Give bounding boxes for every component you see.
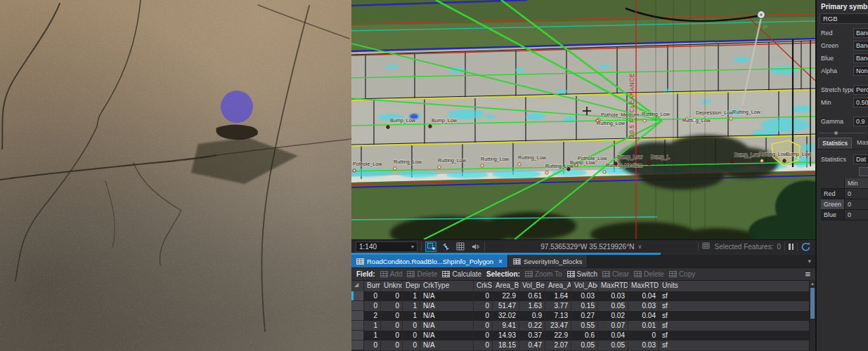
table-menu-icon[interactable]: ≡ — [805, 270, 810, 279]
cell[interactable]: sf — [659, 311, 815, 321]
row-selector[interactable] — [351, 291, 364, 301]
cell[interactable]: sf — [659, 340, 815, 350]
refresh-icon[interactable] — [801, 242, 811, 251]
cell[interactable]: N/A — [420, 321, 474, 331]
cell[interactable]: 0.9 — [519, 311, 545, 321]
renderer-select[interactable]: RGB — [820, 13, 868, 24]
chevron-down-icon[interactable]: ∨ — [637, 244, 642, 250]
column-header-area_above[interactable]: Area_Above — [545, 281, 571, 291]
table-row[interactable]: 001N/A051.471.633.770.150.050.03sf — [351, 301, 815, 311]
cell[interactable]: 1.63 — [519, 301, 545, 311]
partial-button[interactable] — [859, 167, 868, 176]
cell[interactable]: 0.04 — [628, 311, 659, 321]
cell[interactable]: 0.37 — [519, 331, 545, 340]
selection-switch-button[interactable]: Switch — [567, 270, 597, 278]
column-header-crksevrt[interactable]: CrkSevrt — [474, 281, 493, 291]
column-header-unknown[interactable]: Unknown — [381, 281, 403, 291]
selection-copy-button[interactable]: Copy — [669, 270, 695, 278]
table-row[interactable]: 100N/A09.410.2223.470.550.070.01sf — [351, 321, 815, 331]
cell[interactable]: 23.47 — [545, 321, 571, 331]
column-header-maxrtdpthr[interactable]: MaxRTDpthR — [628, 281, 659, 291]
cell[interactable]: sf — [659, 291, 815, 301]
cell[interactable]: 22.9 — [493, 291, 519, 301]
row-selector[interactable] — [351, 331, 364, 340]
cell[interactable]: 0.04 — [628, 291, 659, 301]
cell[interactable]: sf — [659, 301, 815, 311]
field-add-button[interactable]: Add — [380, 270, 403, 278]
stretch-type-select[interactable]: Perc — [853, 85, 868, 95]
cell[interactable]: 0 — [381, 291, 403, 301]
cell[interactable]: 0 — [474, 321, 493, 331]
row-selector[interactable] — [351, 340, 364, 350]
field-delete-button[interactable]: Delete — [407, 270, 437, 278]
cell[interactable]: 22.9 — [545, 331, 571, 340]
cell[interactable]: sf — [659, 321, 815, 331]
cell[interactable]: 32.02 — [493, 311, 519, 321]
cell[interactable]: 0 — [364, 291, 381, 301]
cell[interactable]: N/A — [420, 301, 474, 311]
cell[interactable]: 1 — [364, 331, 381, 340]
selection-clear-button[interactable]: Clear — [602, 270, 629, 278]
cell[interactable]: 0 — [474, 311, 493, 321]
column-header-deprsn[interactable]: Deprsn — [403, 281, 420, 291]
min-input[interactable]: 0.50 — [853, 98, 868, 107]
snap-toggle-icon[interactable] — [440, 241, 451, 252]
grid-icon[interactable] — [455, 241, 466, 252]
cell[interactable]: N/A — [420, 331, 474, 340]
cell[interactable]: 1 — [403, 311, 420, 321]
column-header-area_below[interactable]: Area_Below — [493, 281, 519, 291]
cell[interactable]: 0.27 — [571, 311, 598, 321]
cell[interactable]: 0.15 — [571, 301, 598, 311]
stat-row-label[interactable]: Blue — [821, 210, 845, 220]
column-header-vol_above[interactable]: Vol_Above — [571, 281, 598, 291]
cell[interactable]: 0.05 — [571, 340, 598, 350]
stat-row-label[interactable]: Green — [821, 199, 845, 210]
alpha-band-select[interactable]: None — [853, 66, 868, 76]
cell[interactable]: 0.47 — [519, 340, 545, 350]
cell[interactable]: 14.93 — [493, 331, 519, 340]
cell[interactable]: 0.05 — [598, 301, 628, 311]
red-band-select[interactable]: Band — [853, 28, 868, 38]
table-scrollbar[interactable]: ▲ — [809, 280, 815, 351]
cell[interactable]: 0 — [474, 291, 493, 301]
pause-drawing-icon[interactable] — [789, 244, 793, 250]
column-header-bump[interactable]: Bump — [364, 281, 381, 291]
cell[interactable]: 0 — [474, 331, 493, 340]
cell[interactable]: 2.07 — [545, 340, 571, 350]
cell[interactable]: N/A — [420, 311, 474, 321]
tab-severityinfo-blocks[interactable]: SeverityInfo_Blocks — [508, 255, 588, 267]
cell[interactable]: 51.47 — [493, 301, 519, 311]
row-selector[interactable] — [351, 321, 364, 331]
table-row[interactable]: 201N/A032.020.97.130.270.020.04sf — [351, 311, 815, 321]
cell[interactable]: N/A — [420, 291, 474, 301]
cell[interactable]: 0.03 — [628, 301, 659, 311]
cell[interactable]: N/A — [420, 340, 474, 350]
selection-zoomto-button[interactable]: Zoom To — [525, 270, 562, 278]
table-row[interactable]: 100N/A014.930.3722.90.60.040sf — [351, 331, 815, 340]
cell[interactable]: 1 — [403, 291, 420, 301]
cell[interactable]: 0.05 — [598, 340, 628, 350]
map-scale-select[interactable]: 1:140 ▾ — [356, 241, 417, 252]
cell[interactable]: 0 — [474, 301, 493, 311]
cell[interactable]: 0.03 — [571, 291, 598, 301]
coordinates-display[interactable]: 97.5365329°W 35.5219926°N — [540, 243, 634, 251]
stat-row-label[interactable]: Red — [821, 189, 845, 199]
select-all-corner[interactable]: ◢ — [351, 281, 364, 291]
row-selector[interactable] — [351, 301, 364, 311]
statistics-select[interactable]: Dat — [853, 154, 868, 164]
tab-roadcondition-polygon[interactable]: RoadConditon.RoadBlo...ShpInfo_Polygon × — [351, 255, 508, 267]
table-row[interactable]: 001N/A022.90.611.640.030.030.04sf — [351, 291, 815, 301]
scroll-up-icon[interactable]: ▲ — [810, 280, 815, 287]
gamma-slider[interactable] — [819, 133, 866, 133]
cell[interactable]: 0 — [381, 301, 403, 311]
cell[interactable]: 7.13 — [545, 311, 571, 321]
cell[interactable]: 0 — [474, 340, 493, 350]
cell[interactable]: 0 — [381, 321, 403, 331]
sound-icon[interactable] — [469, 241, 481, 252]
cell[interactable]: 2 — [364, 311, 381, 321]
cell[interactable]: 0.6 — [571, 331, 598, 340]
cell[interactable]: 0.03 — [598, 291, 628, 301]
cell[interactable]: 0 — [403, 331, 420, 340]
cell[interactable]: 0 — [403, 340, 420, 350]
cell[interactable]: 1 — [403, 301, 420, 311]
